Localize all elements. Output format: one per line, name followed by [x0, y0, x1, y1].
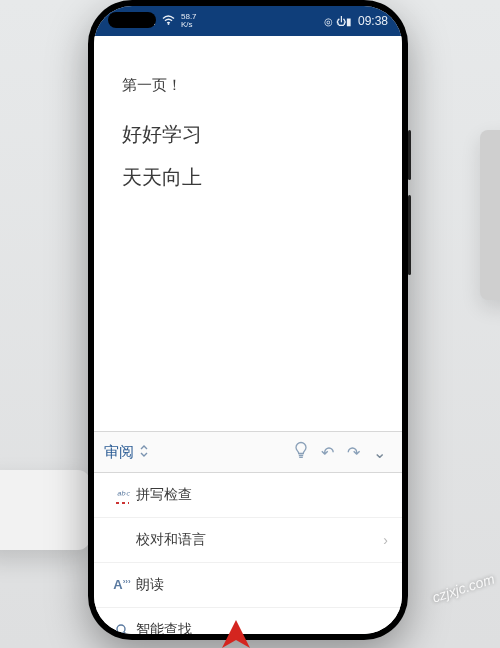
doc-text-line: 第一页！ [122, 76, 374, 95]
menu-item-smart-lookup[interactable]: 智能查找 [94, 608, 402, 634]
menu-item-label: 校对和语言 [136, 531, 383, 549]
status-bar: 58.7 K/s ◎ ⏻▮ 09:38 [94, 6, 402, 36]
status-right: ◎ ⏻▮ 09:38 [324, 14, 388, 28]
net-speed: 58.7 K/s [181, 13, 197, 29]
watermark-text: czjxjc.com [431, 570, 497, 605]
ribbon-tab-review[interactable]: 审阅 [104, 443, 134, 462]
menu-item-spellcheck[interactable]: ᵃᵇᶜ 拼写检查 [94, 473, 402, 518]
status-time: 09:38 [358, 14, 388, 28]
doc-text-line: 好好学习 [122, 121, 374, 148]
smart-lookup-icon [108, 623, 136, 635]
desk-prop-right [480, 130, 500, 300]
menu-item-proofing-language[interactable]: 校对和语言 › [94, 518, 402, 563]
collapse-panel-icon[interactable]: ⌄ [366, 443, 392, 462]
scene: 58.7 K/s ◎ ⏻▮ 09:38 第一页！ 好好学习 天天向上 审阅 [0, 0, 500, 648]
menu-item-read-aloud[interactable]: A››› 朗读 [94, 563, 402, 608]
ribbon-tab-switch-icon[interactable] [138, 444, 150, 460]
svg-point-1 [117, 625, 125, 633]
phone-side-button [408, 195, 411, 275]
status-icons-right: ◎ ⏻▮ [324, 16, 352, 27]
menu-item-label: 拼写检查 [136, 486, 388, 504]
svg-point-0 [168, 23, 170, 25]
read-aloud-icon: A››› [108, 577, 136, 592]
phone-frame: 58.7 K/s ◎ ⏻▮ 09:38 第一页！ 好好学习 天天向上 审阅 [88, 0, 408, 640]
menu-item-label: 朗读 [136, 576, 388, 594]
ribbon-toolbar: 审阅 ↶ ↷ ⌄ [94, 431, 402, 473]
tips-icon[interactable] [288, 441, 314, 463]
undo-icon[interactable]: ↶ [314, 443, 340, 462]
phone-side-button [408, 130, 411, 180]
phone-screen: 58.7 K/s ◎ ⏻▮ 09:38 第一页！ 好好学习 天天向上 审阅 [94, 6, 402, 634]
menu-item-label: 智能查找 [136, 621, 388, 634]
spellcheck-icon: ᵃᵇᶜ [108, 489, 136, 502]
document-canvas[interactable]: 第一页！ 好好学习 天天向上 [94, 36, 402, 431]
camera-cutout [108, 12, 156, 28]
svg-line-2 [124, 632, 128, 634]
doc-text-line: 天天向上 [122, 164, 374, 191]
review-menu: ᵃᵇᶜ 拼写检查 校对和语言 › A››› 朗读 [94, 473, 402, 634]
wifi-icon [162, 15, 175, 27]
redo-icon[interactable]: ↷ [340, 443, 366, 462]
desk-prop-left [0, 470, 90, 550]
chevron-right-icon: › [383, 532, 388, 548]
